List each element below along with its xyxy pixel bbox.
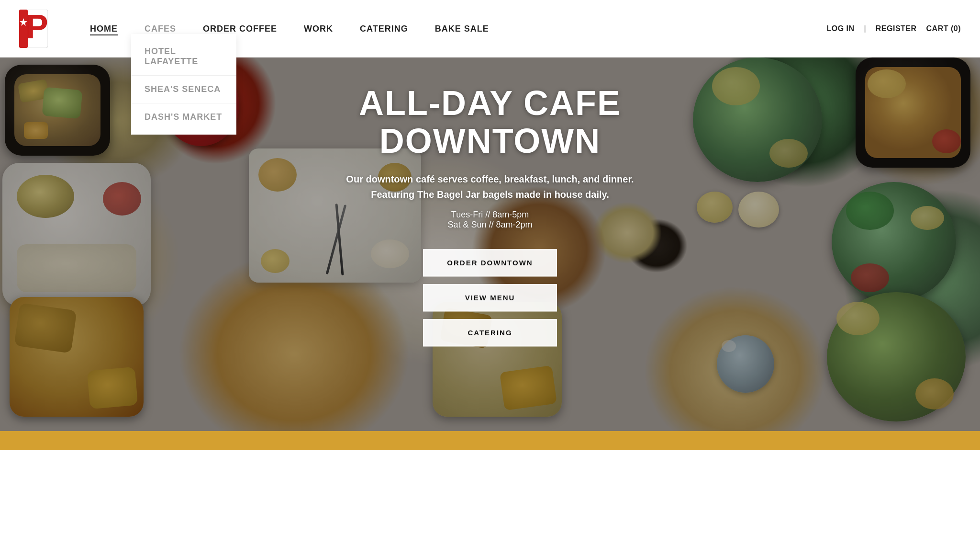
nav-item-work[interactable]: WORK — [290, 24, 346, 34]
dropdown-item-dashs-market[interactable]: DASH'S MARKET — [131, 103, 236, 131]
hero-hours-line2: Sat & Sun // 8am-2pm — [447, 220, 532, 230]
logo-icon: P — [19, 10, 48, 48]
order-downtown-button[interactable]: ORDER DOWNTOWN — [423, 250, 557, 277]
nav-link-cafes[interactable]: CAFES — [145, 24, 176, 34]
view-menu-button[interactable]: VIEW MENU — [423, 284, 557, 312]
nav-item-home[interactable]: HOME — [77, 24, 131, 34]
dropdown-item-hotel-lafayette[interactable]: HOTEL LAFAYETTE — [131, 38, 236, 76]
navbar: P HOME CAFES HOTEL LAFAYETTE SHEA'S SENE… — [0, 0, 980, 57]
register-link[interactable]: REGISTER — [876, 24, 917, 33]
hero-buttons: ORDER DOWNTOWN VIEW MENU CATERING — [332, 250, 648, 347]
hero-content: ALL-DAY CAFE DOWNTOWN Our downtown café … — [323, 84, 657, 346]
logo[interactable]: P — [19, 10, 48, 48]
bottom-bar — [0, 431, 980, 450]
nav-divider: | — [864, 24, 866, 33]
hero-hours: Tues-Fri // 8am-5pm Sat & Sun // 8am-2pm — [332, 210, 648, 230]
nav-links: HOME CAFES HOTEL LAFAYETTE SHEA'S SENECA… — [77, 24, 827, 34]
nav-link-work[interactable]: WORK — [304, 24, 333, 34]
nav-link-home[interactable]: HOME — [90, 24, 118, 35]
nav-link-bake-sale[interactable]: BAKE SALE — [435, 24, 489, 34]
nav-right: LOG IN | REGISTER CART (0) — [827, 24, 961, 33]
nav-item-cafes[interactable]: CAFES HOTEL LAFAYETTE SHEA'S SENECA DASH… — [131, 24, 189, 34]
hero-hours-line1: Tues-Fri // 8am-5pm — [451, 210, 529, 220]
nav-item-catering[interactable]: CATERING — [346, 24, 422, 34]
svg-text:P: P — [26, 10, 48, 46]
cart-link[interactable]: CART (0) — [926, 24, 961, 33]
dropdown-item-sheas-seneca[interactable]: SHEA'S SENECA — [131, 76, 236, 103]
cafes-dropdown: HOTEL LAFAYETTE SHEA'S SENECA DASH'S MAR… — [131, 34, 236, 135]
login-link[interactable]: LOG IN — [827, 24, 855, 33]
hero-subtitle-line2: Featuring The Bagel Jar bagels made in h… — [371, 190, 609, 200]
nav-link-catering[interactable]: CATERING — [360, 24, 408, 34]
hero-subtitle-line1: Our downtown café serves coffee, breakfa… — [346, 174, 634, 185]
nav-item-bake-sale[interactable]: BAKE SALE — [422, 24, 502, 34]
hero-title: ALL-DAY CAFE DOWNTOWN — [332, 84, 648, 160]
catering-button[interactable]: CATERING — [423, 319, 557, 347]
hero-subtitle: Our downtown café serves coffee, breakfa… — [332, 172, 648, 203]
nav-item-order-coffee[interactable]: ORDER COFFEE — [189, 24, 290, 34]
nav-link-order-coffee[interactable]: ORDER COFFEE — [203, 24, 277, 34]
